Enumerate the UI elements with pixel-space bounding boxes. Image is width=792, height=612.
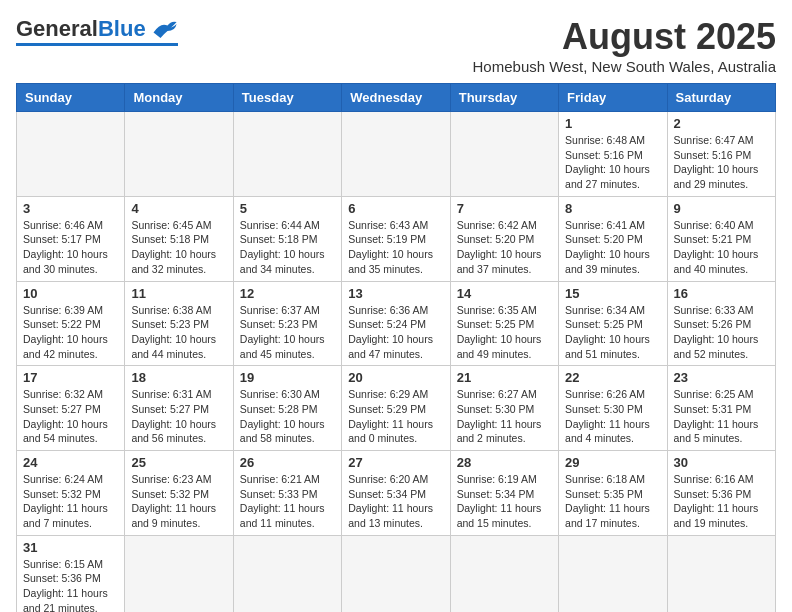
calendar-cell: [233, 112, 341, 197]
day-number: 21: [457, 370, 552, 385]
week-row-5: 24Sunrise: 6:24 AM Sunset: 5:32 PM Dayli…: [17, 451, 776, 536]
calendar-cell: 14Sunrise: 6:35 AM Sunset: 5:25 PM Dayli…: [450, 281, 558, 366]
day-info: Sunrise: 6:26 AM Sunset: 5:30 PM Dayligh…: [565, 387, 660, 446]
calendar-cell: 28Sunrise: 6:19 AM Sunset: 5:34 PM Dayli…: [450, 451, 558, 536]
calendar-cell: 9Sunrise: 6:40 AM Sunset: 5:21 PM Daylig…: [667, 196, 775, 281]
weekday-header-wednesday: Wednesday: [342, 84, 450, 112]
day-number: 7: [457, 201, 552, 216]
location-title: Homebush West, New South Wales, Australi…: [473, 58, 776, 75]
calendar-cell: 18Sunrise: 6:31 AM Sunset: 5:27 PM Dayli…: [125, 366, 233, 451]
day-info: Sunrise: 6:27 AM Sunset: 5:30 PM Dayligh…: [457, 387, 552, 446]
calendar-cell: 4Sunrise: 6:45 AM Sunset: 5:18 PM Daylig…: [125, 196, 233, 281]
logo-underline: [16, 43, 178, 46]
day-info: Sunrise: 6:45 AM Sunset: 5:18 PM Dayligh…: [131, 218, 226, 277]
week-row-3: 10Sunrise: 6:39 AM Sunset: 5:22 PM Dayli…: [17, 281, 776, 366]
day-number: 31: [23, 540, 118, 555]
calendar-cell: 7Sunrise: 6:42 AM Sunset: 5:20 PM Daylig…: [450, 196, 558, 281]
week-row-1: 1Sunrise: 6:48 AM Sunset: 5:16 PM Daylig…: [17, 112, 776, 197]
day-info: Sunrise: 6:47 AM Sunset: 5:16 PM Dayligh…: [674, 133, 769, 192]
day-info: Sunrise: 6:32 AM Sunset: 5:27 PM Dayligh…: [23, 387, 118, 446]
day-info: Sunrise: 6:44 AM Sunset: 5:18 PM Dayligh…: [240, 218, 335, 277]
header: General Blue August 2025 Homebush West, …: [16, 16, 776, 75]
day-number: 22: [565, 370, 660, 385]
day-info: Sunrise: 6:18 AM Sunset: 5:35 PM Dayligh…: [565, 472, 660, 531]
calendar-table: SundayMondayTuesdayWednesdayThursdayFrid…: [16, 83, 776, 612]
weekday-header-monday: Monday: [125, 84, 233, 112]
day-info: Sunrise: 6:35 AM Sunset: 5:25 PM Dayligh…: [457, 303, 552, 362]
day-info: Sunrise: 6:31 AM Sunset: 5:27 PM Dayligh…: [131, 387, 226, 446]
calendar-cell: [17, 112, 125, 197]
calendar-cell: 6Sunrise: 6:43 AM Sunset: 5:19 PM Daylig…: [342, 196, 450, 281]
day-number: 14: [457, 286, 552, 301]
day-number: 2: [674, 116, 769, 131]
calendar-cell: 12Sunrise: 6:37 AM Sunset: 5:23 PM Dayli…: [233, 281, 341, 366]
day-number: 24: [23, 455, 118, 470]
month-title: August 2025: [473, 16, 776, 58]
calendar-cell: 23Sunrise: 6:25 AM Sunset: 5:31 PM Dayli…: [667, 366, 775, 451]
day-number: 19: [240, 370, 335, 385]
day-info: Sunrise: 6:39 AM Sunset: 5:22 PM Dayligh…: [23, 303, 118, 362]
day-number: 15: [565, 286, 660, 301]
calendar-cell: [342, 535, 450, 612]
day-info: Sunrise: 6:37 AM Sunset: 5:23 PM Dayligh…: [240, 303, 335, 362]
day-info: Sunrise: 6:40 AM Sunset: 5:21 PM Dayligh…: [674, 218, 769, 277]
day-info: Sunrise: 6:42 AM Sunset: 5:20 PM Dayligh…: [457, 218, 552, 277]
day-number: 10: [23, 286, 118, 301]
day-info: Sunrise: 6:34 AM Sunset: 5:25 PM Dayligh…: [565, 303, 660, 362]
calendar-cell: 21Sunrise: 6:27 AM Sunset: 5:30 PM Dayli…: [450, 366, 558, 451]
day-number: 28: [457, 455, 552, 470]
calendar-cell: 31Sunrise: 6:15 AM Sunset: 5:36 PM Dayli…: [17, 535, 125, 612]
day-info: Sunrise: 6:46 AM Sunset: 5:17 PM Dayligh…: [23, 218, 118, 277]
calendar-cell: 1Sunrise: 6:48 AM Sunset: 5:16 PM Daylig…: [559, 112, 667, 197]
calendar-cell: [233, 535, 341, 612]
day-info: Sunrise: 6:43 AM Sunset: 5:19 PM Dayligh…: [348, 218, 443, 277]
calendar-cell: 30Sunrise: 6:16 AM Sunset: 5:36 PM Dayli…: [667, 451, 775, 536]
week-row-4: 17Sunrise: 6:32 AM Sunset: 5:27 PM Dayli…: [17, 366, 776, 451]
weekday-header-sunday: Sunday: [17, 84, 125, 112]
day-number: 26: [240, 455, 335, 470]
day-number: 30: [674, 455, 769, 470]
day-number: 27: [348, 455, 443, 470]
calendar-cell: 24Sunrise: 6:24 AM Sunset: 5:32 PM Dayli…: [17, 451, 125, 536]
calendar-cell: 8Sunrise: 6:41 AM Sunset: 5:20 PM Daylig…: [559, 196, 667, 281]
calendar-cell: 11Sunrise: 6:38 AM Sunset: 5:23 PM Dayli…: [125, 281, 233, 366]
calendar-cell: [450, 535, 558, 612]
weekday-header-row: SundayMondayTuesdayWednesdayThursdayFrid…: [17, 84, 776, 112]
calendar-cell: 27Sunrise: 6:20 AM Sunset: 5:34 PM Dayli…: [342, 451, 450, 536]
day-info: Sunrise: 6:24 AM Sunset: 5:32 PM Dayligh…: [23, 472, 118, 531]
weekday-header-thursday: Thursday: [450, 84, 558, 112]
calendar-cell: 15Sunrise: 6:34 AM Sunset: 5:25 PM Dayli…: [559, 281, 667, 366]
logo: General Blue: [16, 16, 178, 46]
calendar-cell: [667, 535, 775, 612]
calendar-cell: 3Sunrise: 6:46 AM Sunset: 5:17 PM Daylig…: [17, 196, 125, 281]
day-info: Sunrise: 6:23 AM Sunset: 5:32 PM Dayligh…: [131, 472, 226, 531]
calendar-cell: 29Sunrise: 6:18 AM Sunset: 5:35 PM Dayli…: [559, 451, 667, 536]
title-section: August 2025 Homebush West, New South Wal…: [473, 16, 776, 75]
calendar-cell: [559, 535, 667, 612]
day-number: 20: [348, 370, 443, 385]
day-number: 5: [240, 201, 335, 216]
day-info: Sunrise: 6:25 AM Sunset: 5:31 PM Dayligh…: [674, 387, 769, 446]
day-number: 13: [348, 286, 443, 301]
logo-general: General: [16, 16, 98, 42]
calendar-cell: 25Sunrise: 6:23 AM Sunset: 5:32 PM Dayli…: [125, 451, 233, 536]
calendar-cell: 17Sunrise: 6:32 AM Sunset: 5:27 PM Dayli…: [17, 366, 125, 451]
calendar-cell: [450, 112, 558, 197]
day-number: 4: [131, 201, 226, 216]
calendar-cell: 2Sunrise: 6:47 AM Sunset: 5:16 PM Daylig…: [667, 112, 775, 197]
logo-bird-icon: [150, 18, 178, 40]
day-number: 23: [674, 370, 769, 385]
day-number: 12: [240, 286, 335, 301]
day-number: 17: [23, 370, 118, 385]
day-info: Sunrise: 6:38 AM Sunset: 5:23 PM Dayligh…: [131, 303, 226, 362]
day-number: 6: [348, 201, 443, 216]
day-info: Sunrise: 6:15 AM Sunset: 5:36 PM Dayligh…: [23, 557, 118, 612]
day-info: Sunrise: 6:41 AM Sunset: 5:20 PM Dayligh…: [565, 218, 660, 277]
day-info: Sunrise: 6:19 AM Sunset: 5:34 PM Dayligh…: [457, 472, 552, 531]
calendar-cell: [125, 112, 233, 197]
calendar-cell: [125, 535, 233, 612]
day-info: Sunrise: 6:16 AM Sunset: 5:36 PM Dayligh…: [674, 472, 769, 531]
day-info: Sunrise: 6:21 AM Sunset: 5:33 PM Dayligh…: [240, 472, 335, 531]
day-info: Sunrise: 6:20 AM Sunset: 5:34 PM Dayligh…: [348, 472, 443, 531]
weekday-header-tuesday: Tuesday: [233, 84, 341, 112]
